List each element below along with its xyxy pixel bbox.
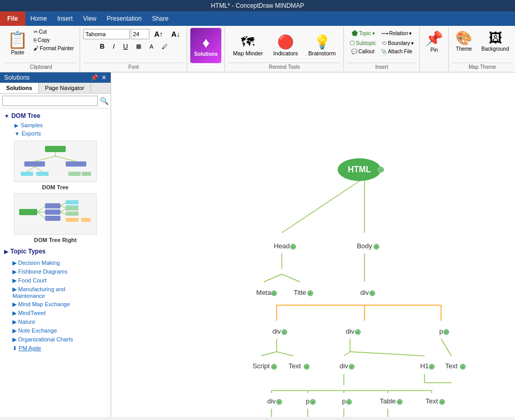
dom-tree-thumb-img	[14, 141, 97, 182]
solutions-tab[interactable]: Solutions	[0, 83, 39, 93]
search-icon[interactable]: 🔍	[100, 97, 109, 105]
map-minder-icon: 🗺	[241, 34, 254, 50]
mind-map-exchange-arrow: ▶	[12, 301, 18, 307]
div2-expand-dot[interactable]: −	[282, 329, 287, 335]
manufacturing-item[interactable]: ▶ Manufacturing and Maintenance	[0, 285, 111, 300]
fishbone-diagrams-item[interactable]: ▶ Fishbone Diagrams	[0, 267, 111, 276]
background-button[interactable]: 🖼 Background	[478, 28, 512, 54]
callout-label: Callout	[358, 49, 374, 54]
file-menu[interactable]: File	[0, 11, 25, 26]
head-expand-dot[interactable]: −	[291, 244, 296, 249]
topic-types-header[interactable]: ▶ Topic Types	[0, 246, 111, 257]
body-expand-dot[interactable]: −	[374, 244, 379, 249]
svg-rect-18	[45, 216, 60, 221]
relation-icon: ⟿	[381, 31, 388, 36]
samples-header[interactable]: ▶ Samples	[10, 121, 111, 129]
nature-item[interactable]: ▶ Nature	[0, 318, 111, 326]
script-expand-dot[interactable]: −	[271, 364, 277, 369]
highlight-button[interactable]: 🖊	[158, 41, 171, 52]
meta-expand-dot[interactable]: −	[271, 291, 277, 296]
cut-button[interactable]: ✂ Cut	[31, 28, 77, 36]
presentation-menu[interactable]: Presentation	[102, 11, 147, 26]
mind-map-exchange-item[interactable]: ▶ Mind Map Exchange	[0, 300, 111, 309]
h1-node-label: H1	[420, 362, 429, 370]
dom-tree-label: DOM Tree	[11, 112, 40, 119]
p3-expand-dot[interactable]: −	[346, 399, 352, 404]
div1-expand-dot[interactable]: −	[370, 291, 375, 296]
text1-expand-dot[interactable]: −	[304, 364, 309, 369]
page-navigator-tab[interactable]: Page Navigator	[39, 83, 91, 93]
canvas-area[interactable]: HTML − Head − Body − Meta	[111, 72, 515, 417]
svg-text:−: −	[273, 291, 276, 296]
exports-header[interactable]: ▼ Exports	[10, 129, 111, 138]
svg-rect-25	[66, 206, 79, 211]
food-court-item[interactable]: ▶ Food Court	[0, 276, 111, 285]
svg-rect-28	[81, 218, 90, 222]
boundary-dropdown[interactable]: ▾	[411, 40, 414, 46]
font-color-button[interactable]: A	[146, 41, 157, 52]
insert-menu[interactable]: Insert	[52, 11, 78, 26]
paste-label: Paste	[11, 50, 24, 55]
div5-expand-dot[interactable]: −	[277, 399, 282, 404]
relation-dropdown[interactable]: ▾	[409, 31, 412, 36]
shrink-font-button[interactable]: A↓	[168, 28, 184, 40]
indicators-button[interactable]: 🔴 Indicators	[268, 32, 302, 59]
text1-node-label: Text	[289, 362, 301, 370]
text3-expand-dot[interactable]: −	[440, 399, 445, 404]
html-expand-dot[interactable]: −	[378, 167, 384, 172]
font-label: Font	[83, 63, 184, 70]
callout-button[interactable]: 💬 Callout	[349, 48, 377, 55]
svg-text:−: −	[312, 400, 314, 404]
pin-panel-icon[interactable]: 📌	[90, 74, 98, 81]
share-menu[interactable]: Share	[147, 11, 174, 26]
svg-rect-12	[19, 209, 37, 215]
theme-button[interactable]: 🎨 Theme	[452, 28, 476, 54]
table-expand-dot[interactable]: −	[397, 399, 402, 404]
p2-expand-dot[interactable]: −	[310, 399, 315, 404]
div3-expand-dot[interactable]: −	[355, 329, 360, 335]
note-exchange-item[interactable]: ▶ Note Exchange	[0, 326, 111, 335]
pin-button[interactable]: 📌 Pin	[423, 28, 445, 55]
font-size-input[interactable]	[131, 29, 149, 39]
div4-expand-dot[interactable]: −	[349, 364, 354, 369]
topic-dropdown[interactable]: ▾	[372, 31, 375, 36]
h1-expand-dot[interactable]: −	[429, 364, 434, 369]
pm-agile-label[interactable]: PM Agile	[19, 345, 41, 351]
note-exchange-arrow: ▶	[12, 327, 18, 334]
text2-expand-dot[interactable]: −	[460, 364, 465, 369]
decision-making-item[interactable]: ▶ Decision Making	[0, 259, 111, 267]
brainstorm-button[interactable]: 💡 Brainstorm	[304, 32, 340, 59]
title-expand-dot[interactable]: −	[308, 291, 313, 296]
solutions-search-input[interactable]	[2, 96, 98, 106]
view-menu[interactable]: View	[78, 11, 102, 26]
boundary-button[interactable]: ⬭ Boundary ▾	[380, 39, 416, 47]
map-minder-button[interactable]: 🗺 Map Minder	[228, 32, 267, 59]
relation-button[interactable]: ⟿ Relation ▾	[378, 29, 415, 37]
pin-icon: 📌	[425, 30, 443, 47]
grow-font-button[interactable]: A↑	[150, 28, 166, 40]
paste-button[interactable]: 📋 Paste	[5, 28, 30, 63]
attach-file-button[interactable]: 📎 Attach File	[378, 48, 415, 55]
p1-expand-dot[interactable]: −	[444, 329, 449, 335]
dom-tree-thumbnail[interactable]: DOM Tree	[5, 141, 105, 190]
svg-text:−: −	[399, 400, 401, 404]
topic-button[interactable]: ⬟ Topic ▾	[349, 28, 377, 38]
svg-text:−: −	[357, 330, 359, 335]
close-panel-icon[interactable]: ✕	[101, 74, 107, 81]
bold-button[interactable]: B	[96, 40, 108, 52]
subtopic-button[interactable]: ⬡ Subtopic	[347, 38, 378, 48]
mindtweet-item[interactable]: ▶ MindTweet	[0, 309, 111, 318]
solutions-button[interactable]: ♦ Solutions	[190, 28, 221, 63]
dom-tree-right-thumbnail[interactable]: DOM Tree Right	[5, 193, 105, 243]
font-family-input[interactable]	[83, 29, 130, 39]
dom-tree-header[interactable]: ▼ DOM Tree	[0, 111, 111, 121]
italic-button[interactable]: I	[109, 40, 118, 52]
org-charts-item[interactable]: ▶ Organizational Charts	[0, 335, 111, 344]
home-menu[interactable]: Home	[25, 11, 52, 26]
copy-button[interactable]: ⎘ Copy	[31, 36, 77, 44]
underline-button[interactable]: U	[119, 40, 131, 52]
format-painter-button[interactable]: 🖌 Format Painter	[31, 44, 77, 52]
pm-agile-item[interactable]: ⬇ PM Agile	[0, 344, 111, 353]
solutions-panel-title: Solutions	[4, 74, 29, 81]
table-btn[interactable]: ▦	[132, 41, 145, 52]
